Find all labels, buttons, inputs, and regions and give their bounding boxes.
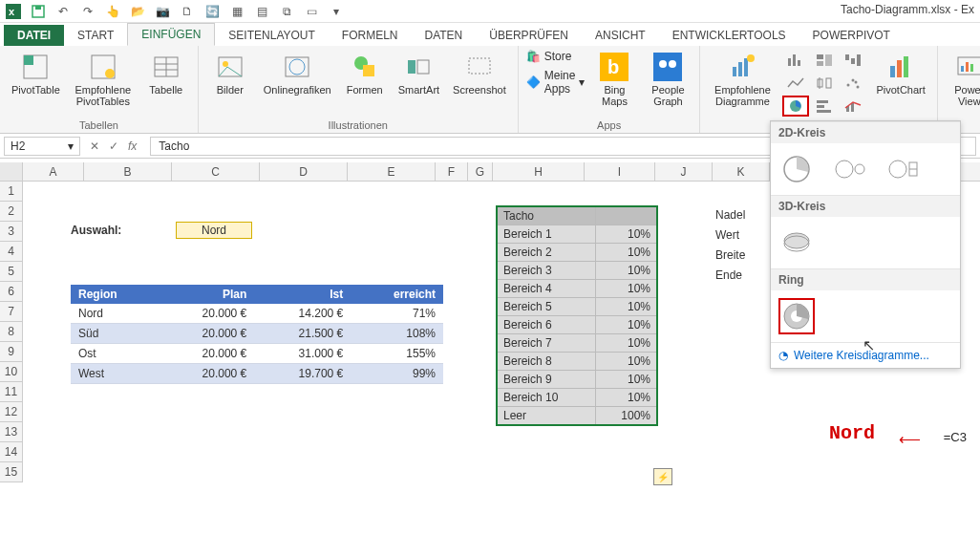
smartart-button[interactable]: SmartArt <box>394 50 443 97</box>
repeat-icon[interactable]: 🔄 <box>204 4 220 19</box>
tab-view[interactable]: ANSICHT <box>582 25 659 46</box>
camera-icon[interactable]: 📷 <box>155 4 170 19</box>
redo-icon[interactable]: ↷ <box>80 4 96 19</box>
pictures-button[interactable]: Bilder <box>206 50 254 97</box>
row-1[interactable]: 1 <box>0 182 23 202</box>
combo-chart-icon[interactable] <box>840 96 866 117</box>
tab-start[interactable]: START <box>64 25 127 46</box>
col-B[interactable]: B <box>84 162 172 181</box>
tab-insert[interactable]: EINFÜGEN <box>127 23 215 46</box>
tab-file[interactable]: DATEI <box>4 25 64 46</box>
tab-formulas[interactable]: FORMELN <box>329 25 412 46</box>
col-E[interactable]: E <box>348 162 436 181</box>
dropdown-icon[interactable]: ▾ <box>68 139 74 153</box>
fx-icon[interactable]: fx <box>128 139 137 153</box>
name-box[interactable]: H2▾ <box>4 137 80 156</box>
column-chart-icon[interactable] <box>782 50 809 71</box>
tab-data[interactable]: DATEN <box>412 25 477 46</box>
save-icon[interactable] <box>31 4 46 19</box>
quick-analysis-icon[interactable]: ⚡ <box>653 468 672 485</box>
shapes-button[interactable]: Formen <box>341 50 389 97</box>
statistic-chart-icon[interactable] <box>811 73 838 94</box>
row-13[interactable]: 13 <box>0 422 23 442</box>
svg-point-13 <box>223 61 228 67</box>
row-9[interactable]: 9 <box>0 342 23 362</box>
calc-icon[interactable]: ▦ <box>229 4 245 19</box>
line-chart-icon[interactable] <box>782 73 809 94</box>
row-11[interactable]: 11 <box>0 382 23 402</box>
dialog-icon[interactable]: ⧉ <box>279 4 294 19</box>
pivotchart-button[interactable]: PivotChart <box>872 50 928 97</box>
svg-rect-38 <box>857 54 861 66</box>
bar-of-pie-option[interactable] <box>885 151 922 187</box>
bing-maps-button[interactable]: bBing Maps <box>590 50 638 109</box>
recommended-charts-button[interactable]: Empfohlene Diagramme <box>708 50 777 109</box>
row-14[interactable]: 14 <box>0 442 23 462</box>
col-K[interactable]: K <box>713 162 770 181</box>
screenshot-button[interactable]: Screenshot <box>449 50 510 97</box>
tab-powerpivot[interactable]: POWERPIVOT <box>799 25 904 46</box>
tab-review[interactable]: ÜBERPRÜFEN <box>476 25 582 46</box>
svg-rect-3 <box>35 6 41 10</box>
tab-pagelayout[interactable]: SEITENLAYOUT <box>215 25 328 46</box>
pie-3d-option[interactable] <box>778 225 815 261</box>
svg-point-29 <box>747 54 755 62</box>
col-G[interactable]: G <box>468 162 493 181</box>
svg-text:x: x <box>9 6 15 17</box>
pie-chart-icon[interactable] <box>782 96 809 117</box>
svg-rect-52 <box>890 66 895 77</box>
borders-icon[interactable]: ▤ <box>254 4 269 19</box>
undo-icon[interactable]: ↶ <box>55 4 71 19</box>
auswahl-value[interactable]: Nord <box>176 222 252 239</box>
confirm-icon[interactable]: ✓ <box>109 139 118 153</box>
col-A[interactable]: A <box>23 162 84 181</box>
col-D[interactable]: D <box>260 162 348 181</box>
col-C[interactable]: C <box>172 162 260 181</box>
svg-rect-47 <box>817 100 828 103</box>
row-8[interactable]: 8 <box>0 322 23 342</box>
group-tables: PivotTable Empfohlene PivotTables Tabell… <box>0 46 199 133</box>
pie-of-pie-option[interactable] <box>832 151 868 187</box>
bar-chart-icon[interactable] <box>811 96 838 117</box>
row-6[interactable]: 6 <box>0 282 23 302</box>
hierarchy-chart-icon[interactable] <box>811 50 838 71</box>
myapps-button[interactable]: 🔷Meine Apps▾ <box>526 69 586 96</box>
row-12[interactable]: 12 <box>0 402 23 422</box>
touch-icon[interactable]: 👆 <box>105 4 120 19</box>
col-J[interactable]: J <box>655 162 713 181</box>
row-2[interactable]: 2 <box>0 202 23 222</box>
onlinepics-button[interactable]: Onlinegrafiken <box>260 50 335 97</box>
apps-icon: 🔷 <box>526 75 541 89</box>
row-7[interactable]: 7 <box>0 302 23 322</box>
cancel-icon[interactable]: ✕ <box>90 139 99 153</box>
pivottable-button[interactable]: PivotTable <box>8 50 64 97</box>
table-button[interactable]: Tabelle <box>142 50 190 97</box>
people-graph-button[interactable]: People Graph <box>644 50 692 109</box>
powerview-button[interactable]: Power View <box>946 50 980 109</box>
tab-devtools[interactable]: ENTWICKLERTOOLS <box>659 25 799 46</box>
scatter-chart-icon[interactable] <box>840 73 866 94</box>
svg-rect-58 <box>970 64 973 72</box>
svg-point-45 <box>855 81 858 84</box>
row-5[interactable]: 5 <box>0 262 23 282</box>
more-icon[interactable]: ▾ <box>329 4 344 19</box>
recommended-pivot-button[interactable]: Empfohlene PivotTables <box>70 50 137 109</box>
row-4[interactable]: 4 <box>0 242 23 262</box>
row-15[interactable]: 15 <box>0 462 23 482</box>
doughnut-option[interactable] <box>778 298 815 334</box>
svg-rect-18 <box>408 60 415 74</box>
col-I[interactable]: I <box>585 162 655 181</box>
row-10[interactable]: 10 <box>0 362 23 382</box>
col-F[interactable]: F <box>436 162 468 181</box>
select-all-button[interactable] <box>0 162 23 181</box>
pie-2d-option[interactable] <box>778 151 815 187</box>
svg-point-65 <box>784 233 809 248</box>
waterfall-chart-icon[interactable] <box>840 50 866 71</box>
col-H[interactable]: H <box>493 162 585 181</box>
open-icon[interactable]: 📂 <box>130 4 145 19</box>
store-button[interactable]: 🛍️Store <box>526 50 586 63</box>
form-icon[interactable]: ▭ <box>304 4 319 19</box>
new-icon[interactable]: 🗋 <box>180 4 195 19</box>
svg-rect-32 <box>798 60 800 66</box>
row-3[interactable]: 3 <box>0 222 23 242</box>
